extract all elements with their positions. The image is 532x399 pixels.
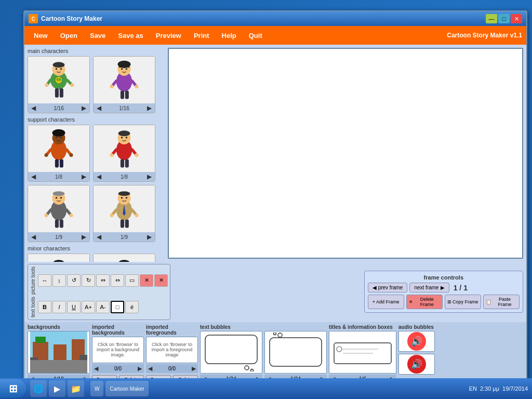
- tool-delete2[interactable]: ✕: [154, 274, 168, 287]
- tool-bold[interactable]: B: [38, 301, 51, 313]
- char-6-next[interactable]: ▶: [146, 233, 153, 241]
- maximize-button[interactable]: □: [498, 14, 510, 23]
- copy-frame-button[interactable]: ⊞ Copy Frame: [445, 295, 481, 309]
- svg-point-102: [245, 366, 249, 370]
- char-2-nav: ◀ 1/16 ▶: [94, 103, 155, 113]
- taskbar-cartoon-item[interactable]: Cartoon Maker: [105, 381, 148, 396]
- tool-delete[interactable]: ✕: [140, 274, 153, 287]
- svg-point-57: [44, 214, 48, 217]
- text-bubbles-2-box: [264, 331, 327, 374]
- taskbar-quick-launch: 🌐 ▶ 📁: [26, 380, 88, 397]
- menu-new[interactable]: New: [29, 30, 53, 42]
- title-bar-text: Cartoon Story Maker: [41, 15, 486, 22]
- tool-underline[interactable]: U: [67, 301, 81, 313]
- menu-help[interactable]: Help: [217, 30, 242, 42]
- close-button[interactable]: ✕: [511, 14, 522, 23]
- tool-frame[interactable]: ▭: [125, 274, 139, 287]
- taskbar-media-icon[interactable]: ▶: [49, 380, 65, 397]
- char-1-next[interactable]: ▶: [81, 104, 87, 112]
- taskbar-word-item[interactable]: W: [90, 381, 103, 396]
- title-box-preview: [331, 332, 394, 371]
- tool-mirror[interactable]: ⇔: [96, 274, 110, 287]
- tool-font-smaller[interactable]: A-: [96, 301, 110, 313]
- char-4-nav: ◀ 1/8 ▶: [94, 172, 155, 181]
- menu-save[interactable]: Save: [85, 30, 111, 42]
- char-2-prev[interactable]: ◀: [96, 104, 102, 112]
- char-svg-7: [38, 257, 79, 262]
- menu-save-as[interactable]: Save as: [113, 30, 148, 42]
- imported-bg-prev[interactable]: ◀: [94, 365, 98, 372]
- taskbar-folder-icon[interactable]: 📁: [68, 380, 84, 397]
- char-box-7: ◀ 1/7 ▶: [28, 254, 90, 262]
- next-frame-button[interactable]: next frame ▶: [409, 283, 449, 292]
- app-version: Cartoon Story Maker v1.1: [447, 32, 522, 39]
- svg-point-14: [70, 83, 74, 87]
- char-4-next[interactable]: ▶: [146, 173, 153, 180]
- tool-flip-h[interactable]: ↔: [38, 274, 51, 287]
- svg-rect-100: [79, 355, 87, 360]
- audio-bubbles-label: audio bubbles: [398, 324, 435, 330]
- char-1-label: 1/16: [54, 105, 63, 111]
- text-bubbles-2-section: x ◀ 1/24 ▶: [264, 324, 327, 383]
- picture-tools-section: picture tools ↔ ↕ ↺ ↻ ⇔ ⇔ ▭ ✕ ✕: [30, 267, 168, 317]
- svg-rect-104: [270, 338, 322, 366]
- char-3-prev[interactable]: ◀: [30, 173, 37, 180]
- svg-point-28: [52, 129, 65, 137]
- svg-rect-95: [33, 342, 48, 360]
- support-characters-row: ◀ 1/8 ▶: [28, 125, 162, 182]
- imported-backgrounds-placeholder: Click on 'Browse' to import a background…: [92, 340, 143, 360]
- char-6-prev[interactable]: ◀: [96, 233, 102, 241]
- paste-frame-button[interactable]: 📋 Paste Frame: [483, 295, 520, 309]
- char-5-next[interactable]: ▶: [81, 233, 87, 241]
- svg-point-46: [110, 153, 113, 157]
- svg-point-25: [135, 85, 138, 88]
- char-2-next[interactable]: ▶: [146, 104, 153, 112]
- text-bubbles-box: [200, 331, 262, 374]
- menu-preview[interactable]: Preview: [151, 30, 187, 42]
- tool-italic[interactable]: I: [52, 301, 66, 313]
- audio-bubble-1-icon: 🔊: [407, 332, 426, 351]
- svg-point-61: [118, 191, 130, 196]
- menu-print[interactable]: Print: [189, 30, 215, 42]
- imported-fg-prev[interactable]: ◀: [148, 365, 152, 372]
- imported-foregrounds-box: Click on 'Browse' to import a foreground…: [146, 337, 198, 363]
- add-frame-button[interactable]: + Add Frame: [368, 295, 404, 309]
- char-box-2: ◀ 1/16 ▶: [93, 56, 155, 113]
- tool-flip-v[interactable]: ↕: [52, 274, 66, 287]
- tool-mirror2[interactable]: ⇔: [111, 274, 124, 287]
- start-button[interactable]: ⊞: [0, 379, 26, 398]
- char-3-nav: ◀ 1/8 ▶: [28, 172, 89, 181]
- menu-quit[interactable]: Quit: [244, 30, 268, 42]
- tool-font-larger[interactable]: A+: [82, 301, 95, 313]
- text-bubbles-section: text bubbles ◀ 1/24 ▶: [200, 324, 262, 383]
- char-3-next[interactable]: ▶: [81, 173, 87, 180]
- taskbar-ie-icon[interactable]: 🌐: [30, 380, 47, 397]
- char-svg-2: [103, 59, 145, 101]
- imported-foregrounds-label: imported foregrounds: [146, 324, 198, 336]
- svg-rect-101: [205, 335, 257, 364]
- copy-frame-icon: ⊞: [447, 299, 451, 304]
- tool-rotate-ccw[interactable]: ↺: [67, 274, 81, 287]
- imported-fg-next[interactable]: ▶: [192, 365, 196, 372]
- app-icon: C: [29, 14, 38, 23]
- svg-point-39: [118, 130, 130, 136]
- tool-color-box[interactable]: □: [111, 301, 124, 313]
- svg-point-69: [110, 214, 113, 217]
- delete-frame-button[interactable]: ✕ Delete Frame: [406, 295, 443, 309]
- add-frame-icon: +: [373, 299, 375, 304]
- minimize-button[interactable]: —: [486, 14, 497, 23]
- char-box-4: ◀ 1/8 ▶: [93, 125, 155, 182]
- svg-point-51: [56, 197, 58, 199]
- prev-frame-button[interactable]: ◀ prev frame: [368, 283, 408, 292]
- char-5-prev[interactable]: ◀: [30, 233, 37, 241]
- imported-bg-next[interactable]: ▶: [138, 365, 142, 372]
- char-4-prev[interactable]: ◀: [96, 173, 102, 180]
- tool-rotate-cw[interactable]: ↻: [82, 274, 95, 287]
- menu-open[interactable]: Open: [55, 30, 83, 42]
- imported-bg-count: 0/0: [114, 366, 122, 371]
- char-1-prev[interactable]: ◀: [30, 104, 37, 112]
- tool-special-char[interactable]: é: [125, 301, 139, 313]
- titles-section: titles & information boxes ◀ 1/6 ▶: [329, 324, 396, 383]
- svg-point-63: [126, 197, 128, 199]
- tools-row: picture tools ↔ ↕ ↺ ↻ ⇔ ⇔ ▭ ✕ ✕: [24, 262, 526, 322]
